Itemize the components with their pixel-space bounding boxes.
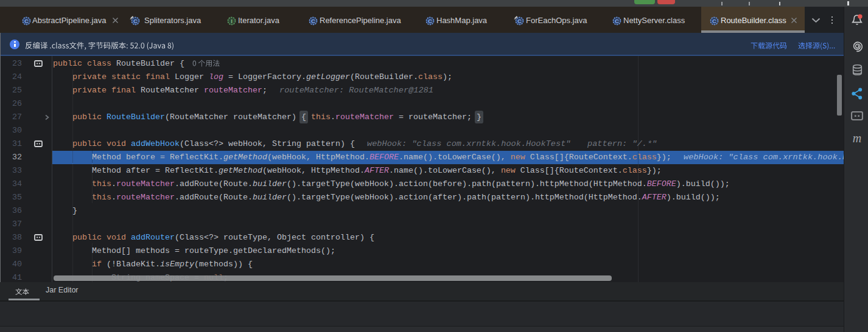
svg-text:C: C (615, 18, 619, 24)
svg-text:C: C (712, 18, 716, 24)
svg-text:C: C (24, 18, 29, 24)
svg-text:C: C (133, 18, 138, 24)
svg-text:C: C (517, 18, 522, 24)
svg-text:C: C (428, 18, 432, 24)
svg-text:C: C (311, 18, 315, 24)
svg-text:I: I (231, 18, 233, 24)
